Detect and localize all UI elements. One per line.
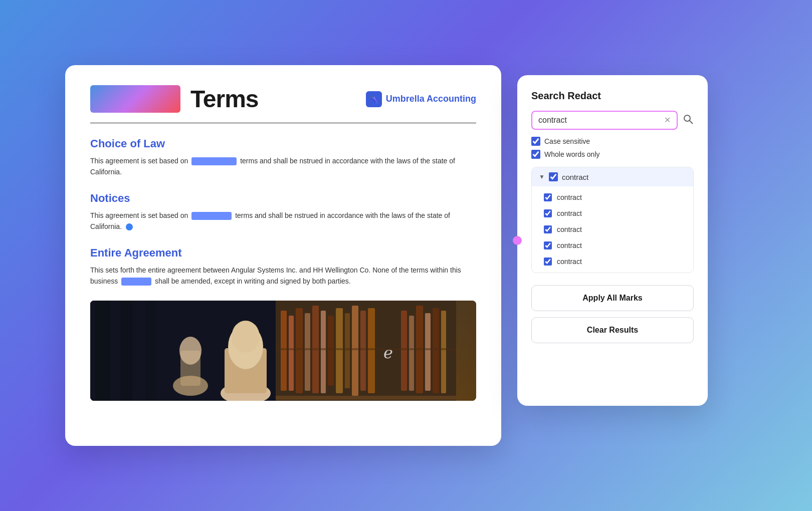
- section-text-entire-agreement: This sets forth the entire agreement bet…: [90, 265, 476, 287]
- svg-point-8: [179, 337, 201, 365]
- connector-pink-dot: [513, 236, 522, 245]
- svg-rect-16: [305, 313, 310, 391]
- text-after-2: shall be amended, except in writing and …: [155, 277, 351, 285]
- checkbox-whole-words[interactable]: Whole words only: [531, 150, 694, 159]
- svg-rect-24: [368, 308, 375, 393]
- svg-rect-19: [328, 316, 334, 386]
- result-checkbox-2[interactable]: [544, 209, 552, 217]
- result-label-5: contract: [557, 258, 582, 266]
- redacted-block-2: [121, 278, 151, 286]
- svg-point-12: [232, 321, 260, 353]
- section-text-notices: This agreement is set based on terms and…: [90, 210, 476, 232]
- result-item-2: contract: [532, 205, 693, 221]
- checkbox-case-sensitive[interactable]: Case sensitive: [531, 137, 694, 146]
- company-icon: 🌂: [366, 91, 382, 107]
- search-panel: Search Redact ✕ Case sensitive Wh: [517, 75, 708, 406]
- results-container: ▼ contract contract contract contract: [531, 167, 694, 273]
- section-text-choice-of-law: This agreement is set based on terms and…: [90, 155, 476, 178]
- svg-line-35: [690, 120, 693, 124]
- svg-rect-31: [441, 311, 446, 393]
- svg-rect-27: [409, 316, 414, 391]
- svg-rect-33: [276, 348, 456, 350]
- result-label-3: contract: [557, 225, 582, 233]
- svg-rect-26: [401, 311, 407, 391]
- svg-rect-13: [281, 311, 287, 391]
- company-name: Umbrella Accounting: [386, 94, 476, 104]
- result-label-4: contract: [557, 241, 582, 249]
- result-label-2: contract: [557, 209, 582, 217]
- svg-rect-18: [321, 311, 326, 393]
- section-heading-notices: Notices: [90, 192, 476, 205]
- text-before-1: This agreement is set based on: [90, 211, 188, 219]
- svg-rect-21: [345, 313, 350, 388]
- section-entire-agreement: Entire Agreement This sets forth the ent…: [90, 246, 476, 287]
- svg-rect-14: [289, 316, 294, 391]
- svg-rect-29: [425, 313, 431, 391]
- results-parent-checkbox[interactable]: [549, 172, 558, 181]
- result-item-1: contract: [532, 189, 693, 205]
- search-clear-button[interactable]: ✕: [664, 116, 671, 124]
- result-item-4: contract: [532, 237, 693, 253]
- doc-image: ℯ: [90, 301, 476, 401]
- text-before-0: This agreement is set based on: [90, 157, 188, 165]
- result-checkbox-5[interactable]: [544, 258, 552, 266]
- doc-divider: [90, 123, 476, 123]
- result-checkbox-1[interactable]: [544, 193, 552, 201]
- results-parent-label: contract: [562, 173, 588, 181]
- section-heading-choice-of-law: Choice of Law: [90, 137, 476, 150]
- result-checkbox-3[interactable]: [544, 225, 552, 233]
- svg-rect-23: [360, 311, 366, 391]
- search-icon: [683, 114, 694, 125]
- whole-words-checkbox[interactable]: [531, 150, 540, 159]
- results-list: contract contract contract contract cont…: [532, 186, 693, 273]
- document-panel: Terms 🌂 Umbrella Accounting Choice of La…: [65, 65, 501, 446]
- svg-rect-3: [95, 301, 110, 401]
- whole-words-label: Whole words only: [544, 150, 600, 158]
- clear-results-button[interactable]: Clear Results: [531, 317, 694, 343]
- search-icon-button[interactable]: [683, 114, 694, 127]
- apply-all-marks-button[interactable]: Apply All Marks: [531, 285, 694, 311]
- result-item-3: contract: [532, 221, 693, 237]
- results-header[interactable]: ▼ contract: [532, 167, 693, 186]
- search-input[interactable]: [538, 116, 664, 125]
- svg-rect-32: [276, 396, 456, 400]
- section-choice-of-law: Choice of Law This agreement is set base…: [90, 137, 476, 178]
- doc-header: Terms 🌂 Umbrella Accounting: [90, 85, 476, 113]
- svg-rect-20: [336, 308, 343, 393]
- search-panel-title: Search Redact: [531, 90, 694, 102]
- svg-point-34: [684, 115, 690, 121]
- svg-rect-15: [296, 308, 303, 393]
- svg-text:ℯ: ℯ: [383, 344, 393, 362]
- case-sensitive-label: Case sensitive: [544, 137, 590, 145]
- section-notices: Notices This agreement is set based on t…: [90, 192, 476, 232]
- main-container: Terms 🌂 Umbrella Accounting Choice of La…: [55, 55, 757, 456]
- doc-title: Terms: [190, 85, 259, 113]
- blue-dot-indicator: [126, 223, 133, 230]
- result-checkbox-4[interactable]: [544, 241, 552, 249]
- search-input-row: ✕: [531, 111, 694, 130]
- svg-rect-5: [145, 301, 155, 401]
- svg-rect-22: [352, 306, 358, 396]
- chevron-icon: ▼: [539, 173, 545, 180]
- search-input-wrapper: ✕: [531, 111, 678, 130]
- company-logo: 🌂 Umbrella Accounting: [366, 91, 476, 107]
- checkbox-options: Case sensitive Whole words only: [531, 137, 694, 159]
- action-buttons: Apply All Marks Clear Results: [531, 285, 694, 343]
- result-item-5: contract: [532, 253, 693, 270]
- svg-rect-30: [433, 308, 439, 393]
- section-heading-entire-agreement: Entire Agreement: [90, 246, 476, 260]
- redacted-block-0: [191, 157, 237, 165]
- redacted-block-1: [191, 212, 232, 220]
- doc-title-area: Terms: [90, 85, 259, 113]
- svg-rect-4: [120, 301, 133, 401]
- image-svg: ℯ: [90, 301, 456, 401]
- result-label-1: contract: [557, 193, 582, 201]
- case-sensitive-checkbox[interactable]: [531, 137, 540, 146]
- doc-logo-block: [90, 85, 180, 113]
